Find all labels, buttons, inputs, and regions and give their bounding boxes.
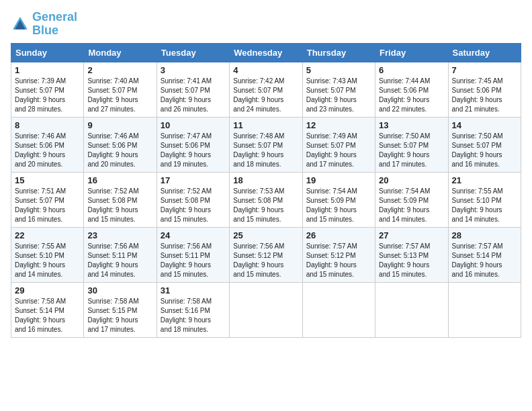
day-number: 26	[306, 230, 371, 240]
logo-text: General Blue	[32, 11, 77, 38]
day-info: Sunrise: 7:52 AM Sunset: 5:08 PM Dayligh…	[87, 187, 152, 224]
day-number: 30	[87, 285, 152, 295]
calendar-cell: 20Sunrise: 7:54 AM Sunset: 5:09 PM Dayli…	[375, 172, 448, 227]
day-info: Sunrise: 7:42 AM Sunset: 5:07 PM Dayligh…	[233, 77, 298, 114]
day-info: Sunrise: 7:47 AM Sunset: 5:06 PM Dayligh…	[161, 132, 226, 169]
day-number: 9	[87, 120, 152, 130]
calendar-cell: 12Sunrise: 7:49 AM Sunset: 5:07 PM Dayli…	[302, 117, 375, 172]
weekday-header: Monday	[84, 43, 157, 62]
weekday-header: Sunday	[11, 43, 84, 62]
day-info: Sunrise: 7:44 AM Sunset: 5:06 PM Dayligh…	[379, 77, 444, 114]
day-info: Sunrise: 7:43 AM Sunset: 5:07 PM Dayligh…	[306, 77, 371, 114]
day-number: 25	[233, 230, 298, 240]
weekday-header: Tuesday	[157, 43, 229, 62]
calendar-cell: 19Sunrise: 7:54 AM Sunset: 5:09 PM Dayli…	[302, 172, 375, 227]
calendar-cell: 2Sunrise: 7:40 AM Sunset: 5:07 PM Daylig…	[84, 62, 157, 117]
calendar-cell	[375, 282, 448, 337]
calendar-cell: 3Sunrise: 7:41 AM Sunset: 5:07 PM Daylig…	[157, 62, 229, 117]
day-info: Sunrise: 7:57 AM Sunset: 5:12 PM Dayligh…	[306, 242, 371, 279]
calendar-cell: 29Sunrise: 7:58 AM Sunset: 5:14 PM Dayli…	[11, 282, 84, 337]
day-info: Sunrise: 7:39 AM Sunset: 5:07 PM Dayligh…	[15, 77, 80, 114]
logo-icon	[11, 15, 30, 34]
calendar-cell: 21Sunrise: 7:55 AM Sunset: 5:10 PM Dayli…	[448, 172, 521, 227]
calendar-cell: 16Sunrise: 7:52 AM Sunset: 5:08 PM Dayli…	[84, 172, 157, 227]
day-number: 11	[233, 120, 298, 130]
day-info: Sunrise: 7:57 AM Sunset: 5:14 PM Dayligh…	[452, 242, 517, 279]
day-number: 13	[379, 120, 444, 130]
calendar-week-row: 29Sunrise: 7:58 AM Sunset: 5:14 PM Dayli…	[11, 282, 521, 337]
day-number: 27	[379, 230, 444, 240]
calendar-cell: 13Sunrise: 7:50 AM Sunset: 5:07 PM Dayli…	[375, 117, 448, 172]
day-number: 31	[161, 285, 226, 295]
calendar-cell: 5Sunrise: 7:43 AM Sunset: 5:07 PM Daylig…	[302, 62, 375, 117]
day-info: Sunrise: 7:53 AM Sunset: 5:08 PM Dayligh…	[233, 187, 298, 224]
calendar-cell: 31Sunrise: 7:58 AM Sunset: 5:16 PM Dayli…	[157, 282, 229, 337]
calendar-cell	[302, 282, 375, 337]
calendar-cell: 14Sunrise: 7:50 AM Sunset: 5:07 PM Dayli…	[448, 117, 521, 172]
day-info: Sunrise: 7:52 AM Sunset: 5:08 PM Dayligh…	[161, 187, 226, 224]
calendar-cell: 17Sunrise: 7:52 AM Sunset: 5:08 PM Dayli…	[157, 172, 229, 227]
day-info: Sunrise: 7:50 AM Sunset: 5:07 PM Dayligh…	[379, 132, 444, 169]
calendar-cell: 4Sunrise: 7:42 AM Sunset: 5:07 PM Daylig…	[230, 62, 302, 117]
day-number: 10	[161, 120, 226, 130]
calendar-cell: 1Sunrise: 7:39 AM Sunset: 5:07 PM Daylig…	[11, 62, 84, 117]
calendar-cell: 23Sunrise: 7:56 AM Sunset: 5:11 PM Dayli…	[84, 227, 157, 282]
day-info: Sunrise: 7:51 AM Sunset: 5:07 PM Dayligh…	[15, 187, 80, 224]
calendar-cell: 15Sunrise: 7:51 AM Sunset: 5:07 PM Dayli…	[11, 172, 84, 227]
day-info: Sunrise: 7:48 AM Sunset: 5:07 PM Dayligh…	[233, 132, 298, 169]
day-number: 17	[161, 175, 226, 185]
day-number: 7	[452, 65, 517, 75]
calendar-cell	[448, 282, 521, 337]
day-info: Sunrise: 7:57 AM Sunset: 5:13 PM Dayligh…	[379, 242, 444, 279]
day-number: 8	[15, 120, 80, 130]
calendar-body: 1Sunrise: 7:39 AM Sunset: 5:07 PM Daylig…	[11, 62, 521, 337]
day-info: Sunrise: 7:45 AM Sunset: 5:06 PM Dayligh…	[452, 77, 517, 114]
day-info: Sunrise: 7:54 AM Sunset: 5:09 PM Dayligh…	[306, 187, 371, 224]
day-info: Sunrise: 7:41 AM Sunset: 5:07 PM Dayligh…	[161, 77, 226, 114]
day-number: 28	[452, 230, 517, 240]
day-number: 29	[15, 285, 80, 295]
day-number: 6	[379, 65, 444, 75]
calendar-week-row: 15Sunrise: 7:51 AM Sunset: 5:07 PM Dayli…	[11, 172, 521, 227]
day-number: 23	[87, 230, 152, 240]
calendar-cell: 25Sunrise: 7:56 AM Sunset: 5:12 PM Dayli…	[230, 227, 302, 282]
day-number: 21	[452, 175, 517, 185]
calendar-cell: 9Sunrise: 7:46 AM Sunset: 5:06 PM Daylig…	[84, 117, 157, 172]
calendar-cell: 26Sunrise: 7:57 AM Sunset: 5:12 PM Dayli…	[302, 227, 375, 282]
day-number: 12	[306, 120, 371, 130]
day-info: Sunrise: 7:56 AM Sunset: 5:12 PM Dayligh…	[233, 242, 298, 279]
day-info: Sunrise: 7:56 AM Sunset: 5:11 PM Dayligh…	[87, 242, 152, 279]
day-number: 19	[306, 175, 371, 185]
calendar-cell: 8Sunrise: 7:46 AM Sunset: 5:06 PM Daylig…	[11, 117, 84, 172]
day-info: Sunrise: 7:58 AM Sunset: 5:16 PM Dayligh…	[161, 297, 226, 334]
day-number: 22	[15, 230, 80, 240]
calendar-cell: 22Sunrise: 7:55 AM Sunset: 5:10 PM Dayli…	[11, 227, 84, 282]
day-info: Sunrise: 7:58 AM Sunset: 5:14 PM Dayligh…	[15, 297, 80, 334]
page-header: General Blue	[11, 11, 521, 38]
day-number: 18	[233, 175, 298, 185]
day-number: 16	[87, 175, 152, 185]
calendar-cell: 27Sunrise: 7:57 AM Sunset: 5:13 PM Dayli…	[375, 227, 448, 282]
calendar-header-row: SundayMondayTuesdayWednesdayThursdayFrid…	[11, 43, 521, 62]
calendar-week-row: 1Sunrise: 7:39 AM Sunset: 5:07 PM Daylig…	[11, 62, 521, 117]
calendar-cell: 28Sunrise: 7:57 AM Sunset: 5:14 PM Dayli…	[448, 227, 521, 282]
day-info: Sunrise: 7:40 AM Sunset: 5:07 PM Dayligh…	[87, 77, 152, 114]
weekday-header: Saturday	[448, 43, 521, 62]
day-info: Sunrise: 7:58 AM Sunset: 5:15 PM Dayligh…	[87, 297, 152, 334]
day-number: 24	[161, 230, 226, 240]
day-number: 20	[379, 175, 444, 185]
calendar-cell	[230, 282, 302, 337]
calendar-week-row: 22Sunrise: 7:55 AM Sunset: 5:10 PM Dayli…	[11, 227, 521, 282]
calendar-table: SundayMondayTuesdayWednesdayThursdayFrid…	[11, 43, 521, 338]
day-number: 3	[161, 65, 226, 75]
weekday-header: Thursday	[302, 43, 375, 62]
day-number: 14	[452, 120, 517, 130]
weekday-header: Friday	[375, 43, 448, 62]
logo: General Blue	[11, 11, 77, 38]
day-info: Sunrise: 7:46 AM Sunset: 5:06 PM Dayligh…	[15, 132, 80, 169]
calendar-cell: 6Sunrise: 7:44 AM Sunset: 5:06 PM Daylig…	[375, 62, 448, 117]
day-info: Sunrise: 7:55 AM Sunset: 5:10 PM Dayligh…	[15, 242, 80, 279]
calendar-cell: 10Sunrise: 7:47 AM Sunset: 5:06 PM Dayli…	[157, 117, 229, 172]
calendar-cell: 7Sunrise: 7:45 AM Sunset: 5:06 PM Daylig…	[448, 62, 521, 117]
day-number: 15	[15, 175, 80, 185]
